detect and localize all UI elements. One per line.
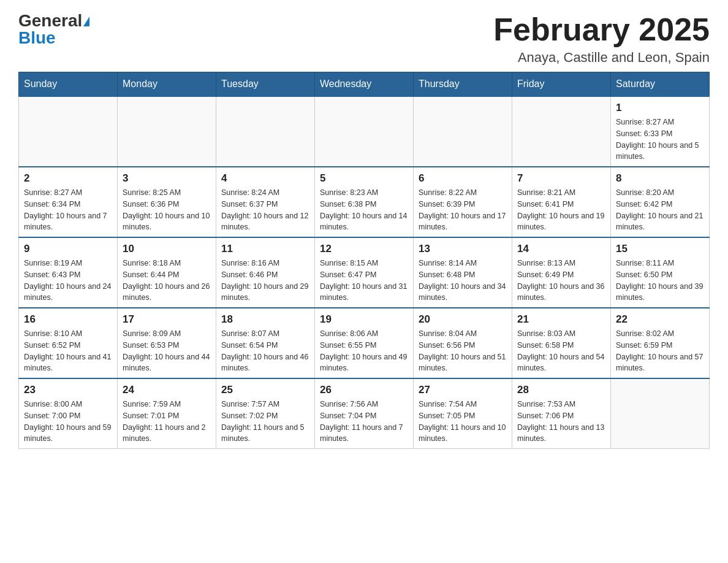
col-sunday: Sunday: [19, 72, 118, 97]
day-info: Sunrise: 8:03 AM Sunset: 6:58 PM Dayligh…: [517, 328, 605, 374]
day-number: 13: [419, 243, 507, 255]
calendar-cell: 2Sunrise: 8:27 AM Sunset: 6:34 PM Daylig…: [19, 167, 118, 237]
logo-general: General: [18, 11, 82, 30]
calendar-cell: 18Sunrise: 8:07 AM Sunset: 6:54 PM Dayli…: [216, 308, 315, 378]
calendar-cell: 19Sunrise: 8:06 AM Sunset: 6:55 PM Dayli…: [315, 308, 414, 378]
calendar-cell: 5Sunrise: 8:23 AM Sunset: 6:38 PM Daylig…: [315, 167, 414, 237]
calendar-cell: 14Sunrise: 8:13 AM Sunset: 6:49 PM Dayli…: [512, 237, 611, 308]
day-info: Sunrise: 8:23 AM Sunset: 6:38 PM Dayligh…: [320, 187, 408, 233]
week-row-1: 1Sunrise: 8:27 AM Sunset: 6:33 PM Daylig…: [19, 96, 710, 167]
calendar-cell: 3Sunrise: 8:25 AM Sunset: 6:36 PM Daylig…: [118, 167, 216, 237]
calendar-cell: 27Sunrise: 7:54 AM Sunset: 7:05 PM Dayli…: [414, 378, 512, 449]
day-number: 10: [123, 243, 211, 255]
day-number: 15: [616, 243, 704, 255]
calendar-cell: 1Sunrise: 8:27 AM Sunset: 6:33 PM Daylig…: [611, 96, 710, 167]
calendar-table: Sunday Monday Tuesday Wednesday Thursday…: [18, 72, 710, 449]
calendar-cell: 21Sunrise: 8:03 AM Sunset: 6:58 PM Dayli…: [512, 308, 611, 378]
day-number: 19: [320, 313, 408, 326]
day-number: 17: [123, 313, 211, 326]
day-number: 22: [616, 313, 704, 326]
day-info: Sunrise: 7:56 AM Sunset: 7:04 PM Dayligh…: [320, 399, 408, 445]
logo-text: General: [18, 12, 89, 29]
calendar-cell: 28Sunrise: 7:53 AM Sunset: 7:06 PM Dayli…: [512, 378, 611, 449]
day-info: Sunrise: 8:25 AM Sunset: 6:36 PM Dayligh…: [123, 187, 211, 233]
day-number: 2: [24, 172, 112, 185]
calendar-cell: 23Sunrise: 8:00 AM Sunset: 7:00 PM Dayli…: [19, 378, 118, 449]
col-tuesday: Tuesday: [216, 72, 315, 97]
calendar-cell: 17Sunrise: 8:09 AM Sunset: 6:53 PM Dayli…: [118, 308, 216, 378]
week-row-3: 9Sunrise: 8:19 AM Sunset: 6:43 PM Daylig…: [19, 237, 710, 308]
col-wednesday: Wednesday: [315, 72, 414, 97]
day-info: Sunrise: 8:20 AM Sunset: 6:42 PM Dayligh…: [616, 187, 704, 233]
calendar-cell: 11Sunrise: 8:16 AM Sunset: 6:46 PM Dayli…: [216, 237, 315, 308]
col-friday: Friday: [512, 72, 611, 97]
logo: General Blue: [18, 12, 89, 47]
calendar-cell: 13Sunrise: 8:14 AM Sunset: 6:48 PM Dayli…: [414, 237, 512, 308]
day-info: Sunrise: 8:15 AM Sunset: 6:47 PM Dayligh…: [320, 258, 408, 304]
calendar-header-row: Sunday Monday Tuesday Wednesday Thursday…: [19, 72, 710, 97]
week-row-2: 2Sunrise: 8:27 AM Sunset: 6:34 PM Daylig…: [19, 167, 710, 237]
calendar-cell: 22Sunrise: 8:02 AM Sunset: 6:59 PM Dayli…: [611, 308, 710, 378]
day-info: Sunrise: 7:53 AM Sunset: 7:06 PM Dayligh…: [517, 399, 605, 445]
day-number: 4: [221, 172, 309, 185]
location-title: Anaya, Castille and Leon, Spain: [493, 50, 710, 66]
week-row-5: 23Sunrise: 8:00 AM Sunset: 7:00 PM Dayli…: [19, 378, 710, 449]
day-info: Sunrise: 7:57 AM Sunset: 7:02 PM Dayligh…: [221, 399, 309, 445]
logo-triangle-icon: [83, 17, 89, 26]
day-info: Sunrise: 8:02 AM Sunset: 6:59 PM Dayligh…: [616, 328, 704, 374]
day-info: Sunrise: 8:04 AM Sunset: 6:56 PM Dayligh…: [419, 328, 507, 374]
calendar-cell: 15Sunrise: 8:11 AM Sunset: 6:50 PM Dayli…: [611, 237, 710, 308]
day-number: 20: [419, 313, 507, 326]
day-number: 16: [24, 313, 112, 326]
day-info: Sunrise: 8:06 AM Sunset: 6:55 PM Dayligh…: [320, 328, 408, 374]
calendar-cell: 9Sunrise: 8:19 AM Sunset: 6:43 PM Daylig…: [19, 237, 118, 308]
day-info: Sunrise: 8:21 AM Sunset: 6:41 PM Dayligh…: [517, 187, 605, 233]
day-info: Sunrise: 8:07 AM Sunset: 6:54 PM Dayligh…: [221, 328, 309, 374]
day-number: 7: [517, 172, 605, 185]
month-title: February 2025: [493, 12, 710, 47]
day-number: 18: [221, 313, 309, 326]
col-thursday: Thursday: [414, 72, 512, 97]
day-info: Sunrise: 8:19 AM Sunset: 6:43 PM Dayligh…: [24, 258, 112, 304]
day-number: 9: [24, 243, 112, 255]
calendar-cell: [611, 378, 710, 449]
day-number: 12: [320, 243, 408, 255]
day-info: Sunrise: 8:27 AM Sunset: 6:33 PM Dayligh…: [616, 117, 704, 163]
day-number: 11: [221, 243, 309, 255]
calendar-cell: 10Sunrise: 8:18 AM Sunset: 6:44 PM Dayli…: [118, 237, 216, 308]
calendar-cell: [19, 96, 118, 167]
calendar-cell: 24Sunrise: 7:59 AM Sunset: 7:01 PM Dayli…: [118, 378, 216, 449]
day-info: Sunrise: 8:10 AM Sunset: 6:52 PM Dayligh…: [24, 328, 112, 374]
calendar-cell: [512, 96, 611, 167]
day-number: 8: [616, 172, 704, 185]
week-row-4: 16Sunrise: 8:10 AM Sunset: 6:52 PM Dayli…: [19, 308, 710, 378]
calendar-cell: 7Sunrise: 8:21 AM Sunset: 6:41 PM Daylig…: [512, 167, 611, 237]
calendar-cell: 25Sunrise: 7:57 AM Sunset: 7:02 PM Dayli…: [216, 378, 315, 449]
day-info: Sunrise: 8:00 AM Sunset: 7:00 PM Dayligh…: [24, 399, 112, 445]
day-info: Sunrise: 8:16 AM Sunset: 6:46 PM Dayligh…: [221, 258, 309, 304]
col-saturday: Saturday: [611, 72, 710, 97]
day-number: 25: [221, 384, 309, 396]
day-number: 5: [320, 172, 408, 185]
calendar-cell: 8Sunrise: 8:20 AM Sunset: 6:42 PM Daylig…: [611, 167, 710, 237]
calendar-cell: 26Sunrise: 7:56 AM Sunset: 7:04 PM Dayli…: [315, 378, 414, 449]
day-info: Sunrise: 8:27 AM Sunset: 6:34 PM Dayligh…: [24, 187, 112, 233]
calendar-cell: [414, 96, 512, 167]
day-info: Sunrise: 7:54 AM Sunset: 7:05 PM Dayligh…: [419, 399, 507, 445]
day-number: 6: [419, 172, 507, 185]
calendar-cell: [216, 96, 315, 167]
day-number: 24: [123, 384, 211, 396]
day-info: Sunrise: 8:24 AM Sunset: 6:37 PM Dayligh…: [221, 187, 309, 233]
page-header: General Blue February 2025 Anaya, Castil…: [18, 12, 710, 66]
calendar-cell: 16Sunrise: 8:10 AM Sunset: 6:52 PM Dayli…: [19, 308, 118, 378]
day-number: 21: [517, 313, 605, 326]
day-info: Sunrise: 8:22 AM Sunset: 6:39 PM Dayligh…: [419, 187, 507, 233]
calendar-cell: [118, 96, 216, 167]
calendar-cell: 12Sunrise: 8:15 AM Sunset: 6:47 PM Dayli…: [315, 237, 414, 308]
logo-blue: Blue: [18, 29, 56, 47]
calendar-cell: 6Sunrise: 8:22 AM Sunset: 6:39 PM Daylig…: [414, 167, 512, 237]
calendar-cell: 20Sunrise: 8:04 AM Sunset: 6:56 PM Dayli…: [414, 308, 512, 378]
day-info: Sunrise: 8:13 AM Sunset: 6:49 PM Dayligh…: [517, 258, 605, 304]
day-info: Sunrise: 8:09 AM Sunset: 6:53 PM Dayligh…: [123, 328, 211, 374]
col-monday: Monday: [118, 72, 216, 97]
